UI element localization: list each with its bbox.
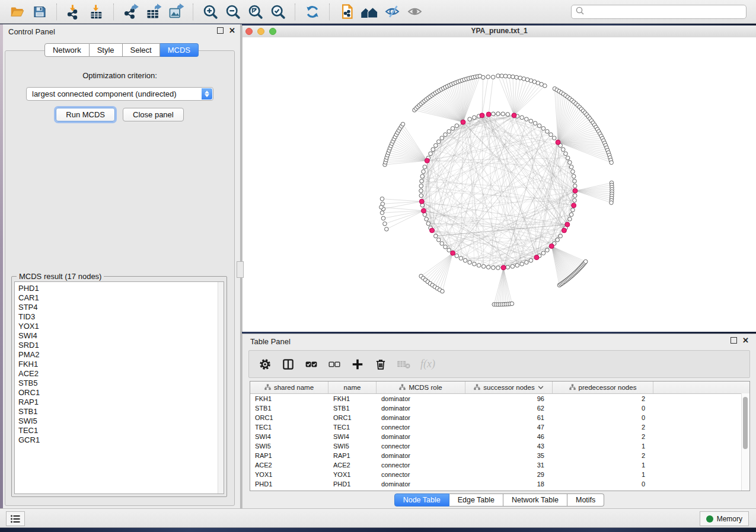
network-leaf-node[interactable] <box>385 227 389 231</box>
network-node[interactable] <box>473 262 477 266</box>
network-node[interactable] <box>529 258 533 262</box>
network-leaf-node[interactable] <box>518 76 522 80</box>
mcds-result-item[interactable]: GCR1 <box>18 435 224 445</box>
import-table-icon[interactable] <box>88 3 106 21</box>
network-node[interactable] <box>573 179 577 183</box>
network-leaf-node[interactable] <box>379 205 384 209</box>
criterion-dropdown[interactable]: largest connected component (undirected) <box>26 87 213 101</box>
network-node[interactable] <box>420 174 425 178</box>
mcds-hub-node[interactable] <box>565 222 570 227</box>
network-node[interactable] <box>525 117 529 121</box>
network-node[interactable] <box>468 261 472 265</box>
window-minimize-traffic-light[interactable] <box>257 28 264 35</box>
table-row[interactable]: RAP1RAP1dominator352 <box>250 451 749 460</box>
network-node[interactable] <box>541 127 546 131</box>
network-node[interactable] <box>552 136 556 140</box>
network-node[interactable] <box>520 116 524 120</box>
network-node[interactable] <box>419 189 423 193</box>
close-panel-button[interactable]: Close panel <box>123 108 184 121</box>
network-node[interactable] <box>440 242 444 246</box>
mcds-result-item[interactable]: PHD1 <box>18 284 224 293</box>
network-node[interactable] <box>468 117 472 121</box>
network-node[interactable] <box>549 133 553 137</box>
zoom-selected-icon[interactable] <box>269 3 287 21</box>
network-node[interactable] <box>434 234 438 238</box>
network-leaf-node[interactable] <box>496 74 500 78</box>
export-table-icon[interactable] <box>145 3 162 21</box>
tab-network-table[interactable]: Network Table <box>503 493 567 507</box>
network-node[interactable] <box>473 116 477 120</box>
network-leaf-node[interactable] <box>503 74 508 78</box>
network-node[interactable] <box>571 208 575 212</box>
select-all-rows-icon[interactable] <box>304 357 319 372</box>
tab-select[interactable]: Select <box>123 43 160 57</box>
mcds-result-item[interactable]: SWI4 <box>18 331 224 341</box>
network-node[interactable] <box>515 264 519 268</box>
automation-panel-button[interactable] <box>6 511 25 526</box>
hide-selected-eye-icon[interactable] <box>383 3 401 21</box>
network-node[interactable] <box>529 119 533 123</box>
network-node[interactable] <box>419 184 423 188</box>
column-header-shared-name[interactable]: shared name <box>250 382 328 393</box>
network-node[interactable] <box>546 248 550 252</box>
open-file-icon[interactable] <box>8 3 26 21</box>
panel-splitter-grip[interactable] <box>237 261 244 278</box>
mcds-result-item[interactable]: ORC1 <box>18 388 224 398</box>
mcds-hub-node[interactable] <box>480 113 484 118</box>
network-node[interactable] <box>486 265 490 270</box>
mcds-hub-node[interactable] <box>451 251 455 255</box>
network-node[interactable] <box>434 143 438 148</box>
network-node[interactable] <box>568 217 572 222</box>
mcds-result-list[interactable]: PHD1CAR1STP4TID3YOX1SWI4SRD1PMA2FKH1ACE2… <box>14 281 224 494</box>
mcds-hub-node[interactable] <box>421 209 426 213</box>
table-row[interactable]: TEC1TEC1connector472 <box>250 422 749 432</box>
network-node[interactable] <box>501 112 505 116</box>
first-neighbors-icon[interactable] <box>361 3 378 21</box>
network-node[interactable] <box>571 169 575 174</box>
mcds-hub-node[interactable] <box>534 255 539 260</box>
network-node[interactable] <box>566 156 570 160</box>
table-row[interactable]: FKH1FKH1dominator962 <box>250 394 749 403</box>
mcds-result-item[interactable]: STP4 <box>18 303 224 312</box>
table-row[interactable]: SWI4SWI4dominator462 <box>250 432 749 441</box>
network-canvas[interactable] <box>243 37 756 332</box>
show-all-eye-icon[interactable] <box>406 3 423 21</box>
table-row[interactable]: ORC1ORC1dominator610 <box>250 413 749 422</box>
export-network-icon[interactable] <box>122 3 140 21</box>
network-node[interactable] <box>572 174 576 178</box>
table-scrollbar[interactable] <box>741 393 749 491</box>
network-node[interactable] <box>559 234 563 238</box>
network-node[interactable] <box>492 265 496 270</box>
network-node[interactable] <box>423 165 427 169</box>
network-leaf-node[interactable] <box>511 75 515 79</box>
network-node[interactable] <box>496 266 500 270</box>
network-node[interactable] <box>506 113 510 117</box>
network-node[interactable] <box>426 222 430 226</box>
mcds-result-item[interactable]: FKH1 <box>18 360 224 369</box>
network-node[interactable] <box>431 148 435 152</box>
network-node[interactable] <box>556 238 560 242</box>
network-node[interactable] <box>444 133 448 137</box>
mcds-hub-node[interactable] <box>556 140 560 145</box>
tab-motifs[interactable]: Motifs <box>567 493 604 507</box>
network-node[interactable] <box>573 194 577 198</box>
network-node[interactable] <box>455 124 459 128</box>
mcds-hub-node[interactable] <box>486 112 491 117</box>
mcds-result-item[interactable]: STB1 <box>18 407 224 416</box>
table-row[interactable]: PHD1PHD1dominator180 <box>250 479 749 489</box>
tab-node-table[interactable]: Node Table <box>394 493 449 507</box>
network-node[interactable] <box>546 130 550 134</box>
network-leaf-node[interactable] <box>507 75 511 79</box>
mcds-hub-node[interactable] <box>573 188 578 193</box>
network-leaf-node[interactable] <box>401 122 405 126</box>
mcds-result-item[interactable]: SRD1 <box>18 341 224 350</box>
network-node[interactable] <box>422 169 426 174</box>
tab-edge-table[interactable]: Edge Table <box>449 493 503 507</box>
mcds-list-scrollbar[interactable] <box>218 282 224 493</box>
network-leaf-node[interactable] <box>380 197 384 201</box>
mcds-result-item[interactable]: RAP1 <box>18 398 224 407</box>
network-node[interactable] <box>455 254 459 258</box>
network-leaf-node[interactable] <box>515 75 519 79</box>
zoom-out-icon[interactable] <box>224 3 242 21</box>
network-leaf-node[interactable] <box>381 216 385 220</box>
